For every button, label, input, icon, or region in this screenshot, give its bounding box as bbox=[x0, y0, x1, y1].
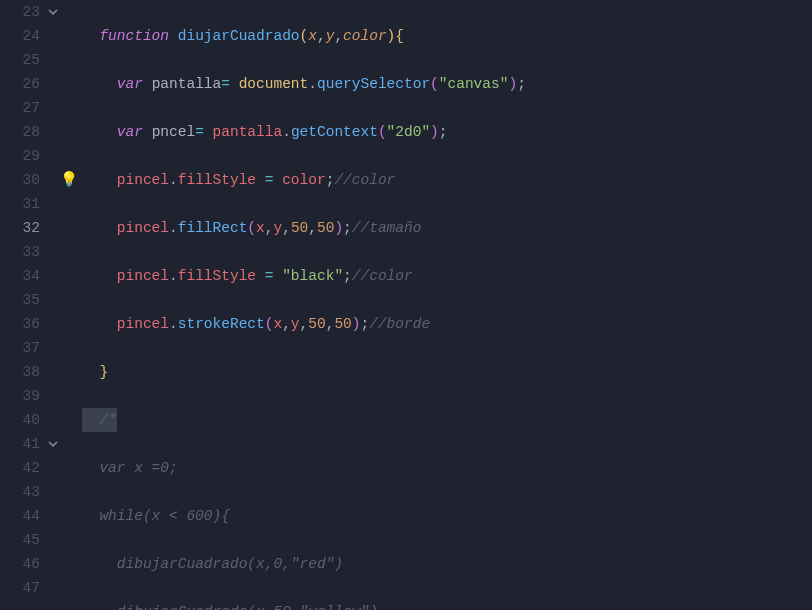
line-number: 25 bbox=[0, 48, 40, 72]
line-number: 44 bbox=[0, 504, 40, 528]
code-line[interactable]: pincel.fillRect(x,y,50,50);//tamaño bbox=[82, 216, 812, 240]
code-line[interactable]: pincel.fillStyle = color;//color bbox=[82, 168, 812, 192]
fold-toggle[interactable] bbox=[44, 432, 62, 456]
code-line[interactable]: dibujarCuadrado(x,0,"red") bbox=[82, 552, 812, 576]
line-number: 23 bbox=[0, 0, 40, 24]
line-number: 35 bbox=[0, 288, 40, 312]
code-line[interactable]: function diujarCuadrado(x,y,color){ bbox=[82, 24, 812, 48]
line-number-gutter: 23 24 25 26 27 28 29 30 31 32 33 34 35 3… bbox=[0, 0, 44, 610]
glyph-margin: 💡 bbox=[62, 0, 76, 610]
line-number: 43 bbox=[0, 480, 40, 504]
code-area[interactable]: function diujarCuadrado(x,y,color){ var … bbox=[76, 0, 812, 610]
line-number: 31 bbox=[0, 192, 40, 216]
chevron-down-icon bbox=[48, 439, 58, 449]
lightbulb-icon[interactable]: 💡 bbox=[62, 168, 76, 192]
fold-gutter bbox=[44, 0, 62, 610]
fold-toggle[interactable] bbox=[44, 0, 62, 24]
code-line[interactable]: pincel.fillStyle = "black";//color bbox=[82, 264, 812, 288]
line-number: 29 bbox=[0, 144, 40, 168]
code-line[interactable]: /* bbox=[82, 408, 812, 432]
code-line[interactable]: dibujarCuadrado(x,50,"yellow") bbox=[82, 600, 812, 610]
code-line[interactable]: } bbox=[82, 360, 812, 384]
chevron-down-icon bbox=[48, 7, 58, 17]
line-number: 38 bbox=[0, 360, 40, 384]
line-number: 34 bbox=[0, 264, 40, 288]
line-number: 41 bbox=[0, 432, 40, 456]
code-line[interactable]: pincel.strokeRect(x,y,50,50);//borde bbox=[82, 312, 812, 336]
code-line[interactable]: var x =0; bbox=[82, 456, 812, 480]
code-line[interactable]: var pantalla= document.querySelector("ca… bbox=[82, 72, 812, 96]
text-selection: /* bbox=[82, 408, 117, 432]
line-number: 33 bbox=[0, 240, 40, 264]
line-number: 28 bbox=[0, 120, 40, 144]
code-line[interactable]: var pncel= pantalla.getContext("2d0"); bbox=[82, 120, 812, 144]
line-number: 36 bbox=[0, 312, 40, 336]
line-number: 27 bbox=[0, 96, 40, 120]
line-number: 40 bbox=[0, 408, 40, 432]
line-number: 37 bbox=[0, 336, 40, 360]
line-number: 26 bbox=[0, 72, 40, 96]
line-number: 45 bbox=[0, 528, 40, 552]
line-number: 46 bbox=[0, 552, 40, 576]
line-number: 47 bbox=[0, 576, 40, 600]
line-number: 32 bbox=[0, 216, 40, 240]
code-editor[interactable]: 23 24 25 26 27 28 29 30 31 32 33 34 35 3… bbox=[0, 0, 812, 610]
code-line[interactable]: while(x < 600){ bbox=[82, 504, 812, 528]
line-number: 42 bbox=[0, 456, 40, 480]
line-number: 39 bbox=[0, 384, 40, 408]
line-number: 24 bbox=[0, 24, 40, 48]
line-number: 30 bbox=[0, 168, 40, 192]
